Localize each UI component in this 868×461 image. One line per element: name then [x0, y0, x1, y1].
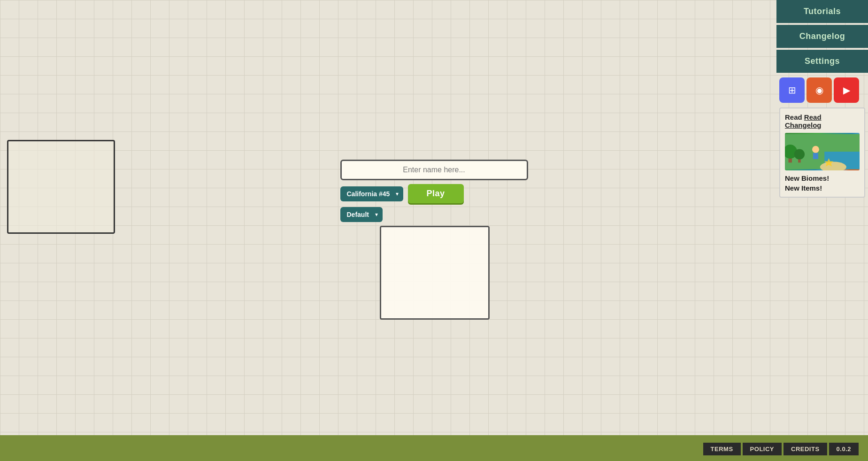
youtube-button[interactable]: ▶ [834, 77, 859, 103]
skin-select[interactable]: Default Skin 2 Skin 3 [340, 207, 383, 222]
changelog-new-items: New Items! [785, 184, 860, 192]
controls-row: California #45 New York #1 Europe #1 Pla… [340, 184, 464, 203]
terms-button[interactable]: TERMS [703, 443, 741, 455]
server-select[interactable]: California #45 New York #1 Europe #1 [340, 186, 403, 201]
changelog-card-title: Read Read Changelog [785, 113, 860, 129]
center-ui: California #45 New York #1 Europe #1 Pla… [340, 160, 528, 320]
credits-button[interactable]: CREDITS [784, 443, 827, 455]
policy-button[interactable]: POLICY [743, 443, 782, 455]
settings-button[interactable]: Settings [776, 50, 868, 73]
version-button[interactable]: 0.0.2 [829, 443, 859, 455]
changelog-new-biomes: New Biomes! [785, 174, 860, 182]
discord-icon: ⊞ [788, 85, 796, 96]
changelog-image [785, 133, 860, 170]
reddit-button[interactable]: ◉ [807, 77, 832, 103]
svg-rect-8 [813, 153, 818, 159]
right-panel: Tutorials Changelog Settings ⊞ ◉ ▶ Read … [776, 0, 868, 200]
changelog-scene-svg [785, 133, 860, 170]
play-button[interactable]: Play [408, 184, 464, 203]
skin-select-wrapper: Default Skin 2 Skin 3 [340, 207, 383, 222]
svg-point-6 [794, 149, 805, 159]
social-icons-row: ⊞ ◉ ▶ [776, 75, 868, 106]
deco-box-left [7, 140, 115, 234]
changelog-card: Read Read Changelog [779, 108, 865, 198]
svg-point-7 [812, 146, 819, 153]
server-select-wrapper: California #45 New York #1 Europe #1 [340, 186, 403, 201]
footer-links: TERMS POLICY CREDITS 0.0.2 [703, 443, 859, 455]
skin-preview [380, 226, 490, 320]
discord-button[interactable]: ⊞ [779, 77, 805, 103]
youtube-icon: ▶ [843, 85, 850, 96]
reddit-icon: ◉ [815, 85, 823, 96]
changelog-image-inner [785, 133, 860, 170]
changelog-button[interactable]: Changelog [776, 25, 868, 48]
name-input[interactable] [340, 160, 528, 180]
tutorials-button[interactable]: Tutorials [776, 0, 868, 23]
